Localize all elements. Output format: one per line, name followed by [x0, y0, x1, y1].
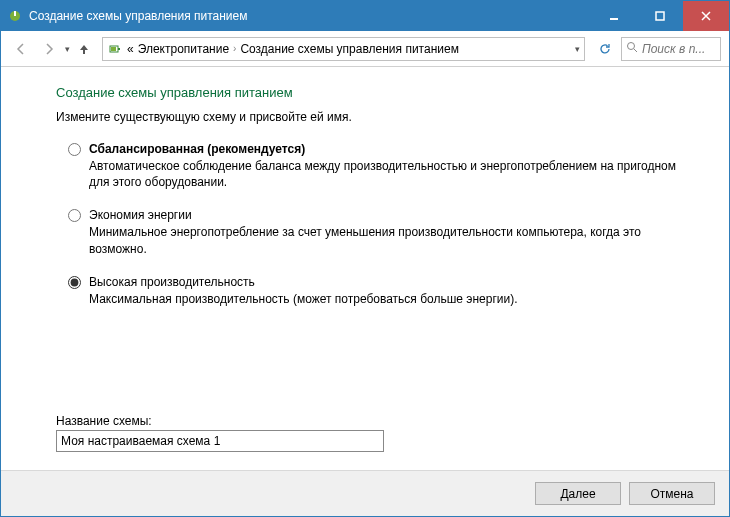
back-button[interactable]	[9, 37, 33, 61]
next-button[interactable]: Далее	[535, 482, 621, 505]
breadcrumb-current[interactable]: Создание схемы управления питанием	[240, 42, 458, 56]
svg-rect-1	[14, 11, 16, 16]
search-input[interactable]	[642, 42, 716, 56]
instruction-text: Измените существующую схему и присвойте …	[56, 110, 689, 124]
recent-dropdown-icon[interactable]: ▾	[65, 44, 70, 54]
svg-point-7	[628, 43, 635, 50]
window-controls	[591, 1, 729, 31]
window-title: Создание схемы управления питанием	[29, 9, 591, 23]
search-box[interactable]	[621, 37, 721, 61]
page-heading: Создание схемы управления питанием	[56, 85, 689, 100]
up-button[interactable]	[74, 39, 94, 59]
navigation-bar: ▾ « Электропитание › Создание схемы упра…	[1, 31, 729, 67]
address-bar[interactable]: « Электропитание › Создание схемы управл…	[102, 37, 585, 61]
content-area: Создание схемы управления питанием Измен…	[1, 67, 729, 470]
svg-rect-6	[111, 47, 116, 51]
forward-button[interactable]	[37, 37, 61, 61]
svg-rect-2	[610, 18, 618, 20]
minimize-button[interactable]	[591, 1, 637, 31]
radio-powersaver[interactable]	[68, 209, 81, 222]
svg-rect-5	[118, 48, 120, 50]
option-desc: Автоматическое соблюдение баланса между …	[89, 158, 689, 190]
option-title: Экономия энергии	[89, 208, 689, 222]
breadcrumb-prefix: «	[127, 42, 134, 56]
option-desc: Максимальная производительность (может п…	[89, 291, 689, 307]
option-powersaver[interactable]: Экономия энергии Минимальное энергопотре…	[56, 208, 689, 256]
chevron-right-icon[interactable]: ›	[233, 43, 236, 54]
option-balanced[interactable]: Сбалансированная (рекомендуется) Автомат…	[56, 142, 689, 190]
radio-highperf[interactable]	[68, 276, 81, 289]
option-title: Высокая производительность	[89, 275, 689, 289]
titlebar[interactable]: Создание схемы управления питанием	[1, 1, 729, 31]
refresh-button[interactable]	[593, 37, 617, 61]
close-button[interactable]	[683, 1, 729, 31]
plan-name-section: Название схемы:	[56, 414, 689, 452]
option-desc: Минимальное энергопотребление за счет ум…	[89, 224, 689, 256]
cancel-button[interactable]: Отмена	[629, 482, 715, 505]
breadcrumb-root[interactable]: Электропитание	[138, 42, 229, 56]
options-area: Сбалансированная (рекомендуется) Автомат…	[56, 142, 689, 408]
plan-name-input[interactable]	[56, 430, 384, 452]
plan-name-label: Название схемы:	[56, 414, 689, 428]
option-highperf[interactable]: Высокая производительность Максимальная …	[56, 275, 689, 307]
window-frame: Создание схемы управления питанием ▾	[0, 0, 730, 517]
option-title: Сбалансированная (рекомендуется)	[89, 142, 689, 156]
maximize-button[interactable]	[637, 1, 683, 31]
app-icon	[7, 8, 23, 24]
battery-icon	[107, 41, 123, 57]
search-icon	[626, 41, 638, 56]
footer-bar: Далее Отмена	[1, 470, 729, 516]
radio-balanced[interactable]	[68, 143, 81, 156]
address-dropdown-icon[interactable]: ▾	[575, 44, 580, 54]
svg-rect-3	[656, 12, 664, 20]
